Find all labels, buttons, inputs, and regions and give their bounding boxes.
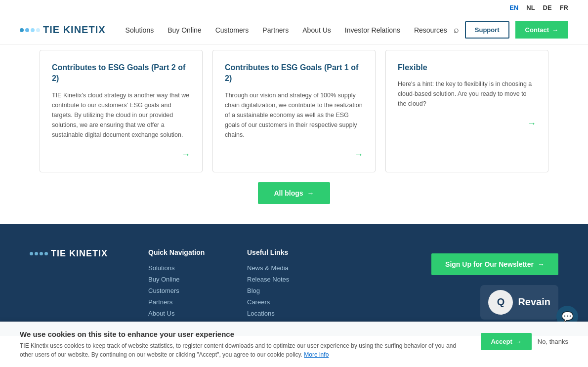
nav-resources[interactable]: Resources [414,26,447,34]
lang-en[interactable]: EN [509,4,518,11]
nav-customers[interactable]: Customers [215,26,249,34]
cookie-actions: Accept → No, thanks [481,330,568,336]
card-3-arrow[interactable]: → [398,119,536,129]
card-1: Contributes to ESG Goals (Part 2 of 2) T… [40,50,203,172]
logo-dots [20,28,40,32]
chat-icon: 💬 [561,311,574,323]
search-button[interactable]: ⌕ [454,25,459,35]
footer-locations[interactable]: Locations [247,310,316,317]
blog-cards-section: Contributes to ESG Goals (Part 2 of 2) T… [0,45,588,224]
header: TIE KINETIX Solutions Buy Online Custome… [0,15,588,45]
arrow-icon: → [307,189,314,197]
nav-about-us[interactable]: About Us [302,26,331,34]
footer-news-media[interactable]: News & Media [247,264,316,272]
footer-release-notes[interactable]: Release Notes [247,276,316,283]
dot-4 [36,28,40,32]
revain-icon: Q [488,290,513,315]
nav-partners[interactable]: Partners [262,26,289,34]
card-1-title: Contributes to ESG Goals (Part 2 of 2) [52,62,190,84]
language-bar: EN NL DE FR [0,0,588,15]
card-2-title: Contributes to ESG Goals (Part 1 of 2) [225,62,363,84]
dot-1 [20,28,24,32]
footer-dot-3 [40,252,43,255]
revain-badge: Q Revain [480,285,558,320]
arrow-icon: → [538,260,545,268]
logo-text: TIE KINETIX [43,24,106,36]
lang-nl[interactable]: NL [526,4,535,11]
footer-right: Sign Up for Our Newsletter → Q Revain [431,248,558,321]
cards-row: Contributes to ESG Goals (Part 2 of 2) T… [20,50,568,172]
card-3-title: Flexible [398,62,536,73]
footer-dot-2 [35,252,38,255]
footer-buy-online[interactable]: Buy Online [148,276,217,283]
card-2: Contributes to ESG Goals (Part 1 of 2) T… [212,50,376,172]
card-3-body: Here's a hint: the key to flexibility is… [398,79,536,109]
header-actions: ⌕ Support Contact → [454,21,568,39]
card-1-arrow[interactable]: → [52,150,190,160]
footer-solutions[interactable]: Solutions [148,264,217,272]
footer-about-us[interactable]: About Us [148,310,217,317]
lang-fr[interactable]: FR [560,4,568,11]
nav-solutions[interactable]: Solutions [126,26,154,34]
lang-de[interactable]: DE [543,4,552,11]
cookie-title: We use cookies on this site to enhance y… [20,330,471,336]
footer-logo: TIE KINETIX [30,248,119,259]
footer-quick-nav: Quick Navigation Solutions Buy Online Cu… [148,248,217,321]
footer-blog[interactable]: Blog [247,287,316,294]
card-2-arrow[interactable]: → [225,150,363,160]
main-nav: Solutions Buy Online Customers Partners … [126,26,454,34]
contact-button[interactable]: Contact → [515,21,568,39]
footer-partners[interactable]: Partners [148,298,217,306]
logo[interactable]: TIE KINETIX [20,24,106,36]
nav-investor-relations[interactable]: Investor Relations [345,26,400,34]
footer-careers[interactable]: Careers [247,298,316,306]
footer-top: TIE KINETIX Quick Navigation Solutions B… [30,248,558,321]
footer-useful-links: Useful Links News & Media Release Notes … [247,248,316,321]
card-1-body: TIE Kinetix's cloud strategy is another … [52,90,190,140]
useful-links-title: Useful Links [247,248,316,256]
footer: TIE KINETIX Quick Navigation Solutions B… [0,224,588,336]
cookie-banner: We use cookies on this site to enhance y… [0,322,588,336]
dot-3 [31,28,35,32]
arrow-icon: → [552,26,558,34]
footer-logo-text: TIE KINETIX [51,248,108,259]
footer-dot-4 [44,252,48,255]
support-button[interactable]: Support [465,21,509,39]
card-2-body: Through our vision and strategy of 100% … [225,90,363,140]
quick-nav-title: Quick Navigation [148,248,217,256]
all-blogs-row: All blogs → [20,182,568,204]
dot-2 [25,28,29,32]
cookie-content: We use cookies on this site to enhance y… [20,330,471,336]
accept-button[interactable]: Accept → [481,333,531,336]
footer-dot-1 [30,252,33,255]
footer-customers[interactable]: Customers [148,287,217,294]
footer-logo-area: TIE KINETIX [30,248,119,321]
footer-logo-dots [30,252,48,255]
card-3: Flexible Here's a hint: the key to flexi… [385,50,548,172]
newsletter-button[interactable]: Sign Up for Our Newsletter → [431,253,558,275]
all-blogs-button[interactable]: All blogs → [258,182,330,204]
nav-buy-online[interactable]: Buy Online [168,26,201,34]
revain-text: Revain [518,296,550,308]
